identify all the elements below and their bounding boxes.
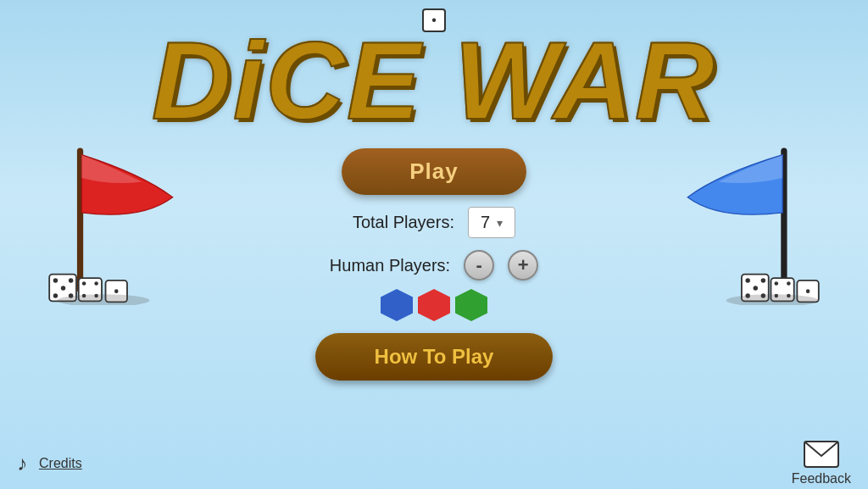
- svg-point-2: [53, 278, 58, 282]
- play-button[interactable]: Play: [342, 148, 526, 195]
- svg-point-3: [69, 278, 73, 282]
- svg-point-17: [745, 278, 749, 282]
- feedback-area[interactable]: Feedback: [792, 441, 851, 486]
- human-players-increase-button[interactable]: +: [508, 250, 538, 281]
- total-players-value: 7: [481, 213, 490, 232]
- music-icon: ♪: [17, 452, 27, 475]
- svg-point-23: [775, 281, 779, 286]
- human-players-row: Human Players: - +: [330, 250, 538, 281]
- svg-point-4: [53, 293, 58, 297]
- svg-point-21: [754, 286, 758, 290]
- svg-point-24: [787, 281, 791, 286]
- svg-point-13: [114, 289, 119, 293]
- flag-right: [656, 136, 843, 305]
- total-players-row: Total Players: 7 ▾: [353, 207, 515, 238]
- player-colors: [381, 289, 487, 321]
- dropdown-arrow-icon: ▾: [497, 216, 503, 230]
- svg-point-9: [94, 281, 98, 286]
- human-players-label: Human Players:: [330, 256, 450, 275]
- bottom-bar: ♪ Credits Feedback: [0, 438, 868, 489]
- credits-button[interactable]: Credits: [39, 456, 82, 471]
- svg-point-28: [806, 289, 810, 293]
- music-toggle[interactable]: ♪: [17, 452, 27, 475]
- color-green[interactable]: [455, 289, 487, 321]
- how-to-play-button[interactable]: How To Play: [315, 333, 554, 381]
- title-area: DiCE WAR: [0, 8, 868, 136]
- total-players-label: Total Players:: [353, 213, 454, 232]
- svg-point-18: [761, 278, 765, 282]
- game-title: DiCE WAR: [152, 25, 716, 136]
- mail-icon: [804, 441, 839, 468]
- svg-point-8: [82, 281, 86, 286]
- total-players-select[interactable]: 7 ▾: [468, 207, 515, 238]
- dice-icon: [422, 8, 446, 32]
- human-players-decrease-button[interactable]: -: [464, 250, 494, 281]
- color-blue[interactable]: [381, 289, 413, 321]
- flag-left: [25, 136, 212, 305]
- color-red[interactable]: [418, 289, 450, 321]
- feedback-label: Feedback: [792, 471, 851, 486]
- svg-point-6: [61, 286, 65, 290]
- center-area: Play Total Players: 7 ▾ Human Players: -…: [315, 148, 554, 381]
